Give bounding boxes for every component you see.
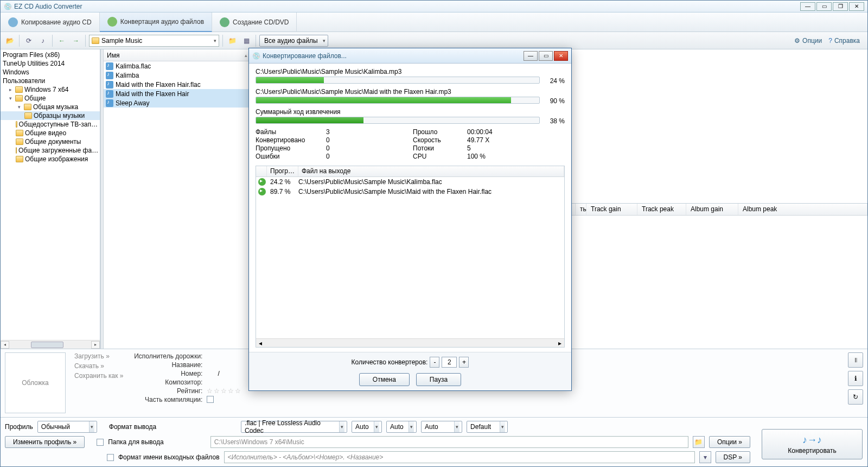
view-button[interactable]: ▦ [240,35,252,47]
tree-scrollbar[interactable]: ◂▸ [1,340,100,349]
tree-item-selected[interactable]: Образцы музыки [1,111,100,120]
tree-item[interactable]: Program Files (x86) [1,51,100,59]
cover-art[interactable]: Обложка [5,352,66,413]
col-partial[interactable]: ть [576,204,586,215]
spin-down[interactable]: - [430,357,439,368]
tree-item[interactable]: Общие загруженные фа… [1,146,100,155]
name-format-input[interactable]: <Исполнитель> - <Альбом>\<Номер>. <Назва… [224,451,695,463]
default-select[interactable]: Default [467,421,508,433]
output-options-button[interactable]: Опции » [709,436,750,448]
disc-icon [8,17,18,27]
help-icon: ? [828,37,832,45]
collapse-icon[interactable]: ▾ [7,95,14,102]
back-button[interactable]: ← [56,35,68,47]
forward-button[interactable]: → [70,35,82,47]
file-row-selected[interactable]: Sleep Away [104,98,251,108]
file2-path: C:\Users\Public\Music\Sample Music\Maid … [256,88,565,96]
address-bar[interactable]: Sample Music ▾ [89,35,219,47]
auto1-select[interactable]: Auto [352,421,382,433]
maximize-button[interactable]: ▭ [816,2,832,11]
total-label: Суммарный ход извлечения [256,108,565,116]
dialog-title: Конвертирование файлов... [263,52,347,60]
cancel-button[interactable]: Отмена [359,373,410,386]
tree-item[interactable]: Общедоступные ТВ-зап… [1,120,100,129]
tree-item[interactable]: ▾Общая музыка [1,103,100,111]
file-filter[interactable]: Все аудио файлы [259,35,328,47]
file-row[interactable]: Kalimba [104,71,251,80]
dialog-close[interactable]: ✕ [554,51,568,61]
tree-item[interactable]: Пользователи [1,77,100,85]
format-select[interactable]: .flac | Free Lossless Audio Codec [241,421,347,433]
file-row[interactable]: Kalimba.flac [104,61,251,71]
auto3-select[interactable]: Auto [421,421,462,433]
options-link[interactable]: ⚙Опции [794,37,822,45]
edit-profile-button[interactable]: Изменить профиль » [5,436,85,448]
up-button[interactable]: 📁 [226,35,238,47]
main-tabs: Копирование аудио CD Конвертация аудио ф… [1,12,867,32]
col-output[interactable]: Файл на выходе [298,166,564,176]
tree-item[interactable]: Windows [1,68,100,77]
minimize-button[interactable]: — [800,2,815,11]
col-track-peak[interactable]: Track peak [637,204,686,215]
refresh-button[interactable]: ⟳ [23,35,35,47]
file-row-selected[interactable]: Maid with the Flaxen Hair [104,89,251,98]
output-row[interactable]: 89.7 %C:\Users\Public\Music\Sample Music… [256,187,564,197]
convert-button[interactable]: ♪→♪ Конвертировать [762,429,863,459]
profile-label: Профиль [5,423,33,431]
expand-icon[interactable]: ▸ [7,86,14,93]
tree-item[interactable]: Общие изображения [1,155,100,163]
help-link[interactable]: ?Справка [828,37,860,45]
sync-button[interactable]: ↻ [848,389,863,405]
tab-copy-cd[interactable]: Копирование аудио CD [1,12,100,32]
tree-item[interactable]: Общие документы [1,137,100,146]
download-cover-link[interactable]: Скачать » [74,362,123,370]
auto2-select[interactable]: Auto [386,421,417,433]
load-cover-link[interactable]: Загрузить » [74,352,123,360]
collapse-icon[interactable]: ▾ [16,104,22,110]
dialog-titlebar[interactable]: 💿 Конвертирование файлов... — ▭ ✕ [249,48,571,64]
spin-up[interactable]: + [459,357,469,368]
col-album-gain[interactable]: Album gain [686,204,738,215]
file1-progress [256,77,540,84]
profile-select[interactable]: Обычный [37,421,97,433]
col-album-peak[interactable]: Album peak [738,204,867,215]
col-progress[interactable]: Прогр… [267,166,298,176]
file-list-header[interactable]: Имя▴ [104,49,251,61]
compilation-checkbox[interactable] [207,396,214,403]
folder-icon [24,104,31,110]
file-row[interactable]: Maid with the Flaxen Hair.flac [104,80,251,89]
tab-convert-audio[interactable]: Конвертация аудио файлов [100,12,212,32]
tree-item[interactable]: ▸Windows 7 x64 [1,85,100,94]
output-row[interactable]: 24.2 %C:\Users\Public\Music\Sample Music… [256,177,564,187]
dsp-button[interactable]: DSP » [716,451,750,463]
spin-value[interactable]: 2 [442,357,457,368]
name-format-checkbox[interactable] [107,454,114,461]
format-label: Формат вывода [109,423,156,431]
music-icon[interactable]: ♪ [37,35,49,47]
waveform-button[interactable]: ⫴ [848,352,863,368]
name-format-menu[interactable]: ▾ [699,451,711,463]
open-button[interactable]: 📂 [4,35,16,47]
tree-item[interactable]: TuneUp Utilities 2014 [1,59,100,68]
output-folder-checkbox[interactable] [97,439,104,446]
restore-button[interactable]: ❐ [833,2,848,11]
close-button[interactable]: ✕ [849,2,864,11]
info-button[interactable]: ℹ [848,371,863,386]
output-folder-input[interactable]: C:\Users\Windows 7 x64\Music [210,436,688,448]
folder-icon [16,130,23,136]
col-track-gain[interactable]: Track gain [586,204,637,215]
tree-item[interactable]: Общие видео [1,129,100,137]
list-scrollbar[interactable]: ◂▸ [256,338,564,347]
dialog-minimize[interactable]: — [524,51,538,61]
tree-item[interactable]: ▾Общие [1,94,100,103]
saveas-cover-link[interactable]: Сохранить как » [74,372,123,380]
titlebar[interactable]: 💿 EZ CD Audio Converter — ▭ ❐ ✕ [1,1,867,12]
rating-stars[interactable]: ☆☆☆☆☆ [207,387,242,395]
audio-icon [106,99,113,107]
browse-folder-button[interactable]: 📁 [693,436,705,448]
dialog-maximize[interactable]: ▭ [539,51,553,61]
play-icon [258,178,266,186]
pause-button[interactable]: Пауза [416,373,461,386]
tab-create-cd[interactable]: Создание CD/DVD [212,12,297,32]
file1-fill [256,77,324,83]
